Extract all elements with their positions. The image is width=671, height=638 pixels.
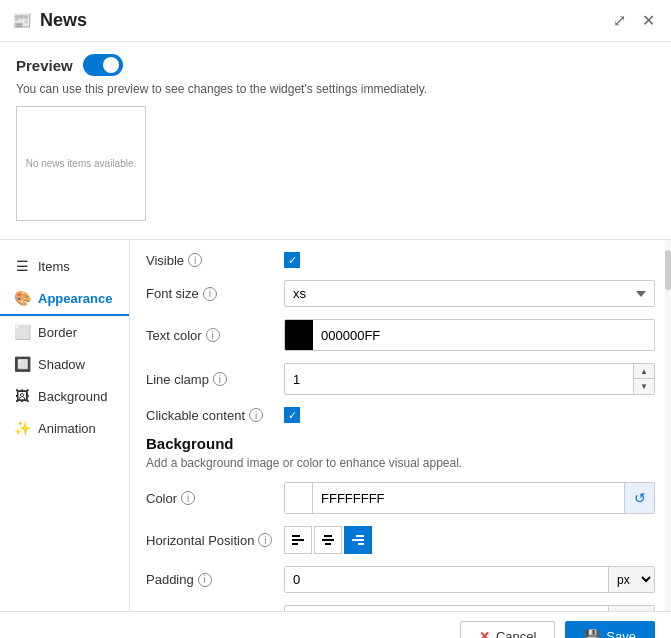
align-center-button[interactable] xyxy=(314,526,342,554)
close-button[interactable]: ✕ xyxy=(638,9,659,32)
clickable-content-row: Clickable content i xyxy=(146,407,655,423)
margin-input-row: px % em xyxy=(284,605,655,611)
news-icon: 📰 xyxy=(12,11,32,30)
visible-label: Visible xyxy=(146,253,184,268)
text-color-swatch[interactable] xyxy=(285,320,313,350)
scrollbar-thumb[interactable] xyxy=(665,250,671,290)
horizontal-position-row: Horizontal Position i xyxy=(146,526,655,554)
padding-input[interactable] xyxy=(285,567,608,592)
line-clamp-label: Line clamp xyxy=(146,372,209,387)
cancel-label: Cancel xyxy=(496,629,536,638)
header-icons: ⤢ ✕ xyxy=(609,9,659,32)
horizontal-position-info-icon[interactable]: i xyxy=(258,533,272,547)
preview-box: No news items available. xyxy=(16,106,146,221)
svg-rect-6 xyxy=(356,535,364,537)
settings-panel: Visible i Font size i xs sm md lg xl xyxy=(130,240,671,611)
line-clamp-spinners: ▲ ▼ xyxy=(633,364,654,394)
text-color-row: Text color i xyxy=(146,319,655,351)
bg-color-picker-button[interactable]: ↺ xyxy=(624,483,654,513)
sidebar-label-shadow: Shadow xyxy=(38,357,85,372)
clickable-content-checkbox[interactable] xyxy=(284,407,300,423)
preview-empty-text: No news items available. xyxy=(26,158,137,169)
margin-control: px % em xyxy=(284,605,655,611)
preview-description: You can use this preview to see changes … xyxy=(16,82,655,96)
sidebar-label-animation: Animation xyxy=(38,421,96,436)
clickable-content-control xyxy=(284,407,655,423)
background-section: Background Add a background image or col… xyxy=(146,435,655,470)
svg-rect-1 xyxy=(292,539,304,541)
align-right-button[interactable] xyxy=(344,526,372,554)
font-size-label: Font size xyxy=(146,286,199,301)
preview-label: Preview xyxy=(16,57,73,74)
padding-input-row: px % em xyxy=(284,566,655,593)
padding-control: px % em xyxy=(284,566,655,593)
background-description: Add a background image or color to enhan… xyxy=(146,456,655,470)
dialog-footer: ✕ Cancel 💾 Save xyxy=(0,611,671,638)
bg-color-input[interactable] xyxy=(313,486,624,511)
margin-row: Margin i px % em xyxy=(146,605,655,611)
svg-rect-4 xyxy=(322,539,334,541)
sidebar-label-border: Border xyxy=(38,325,77,340)
text-color-label-group: Text color i xyxy=(146,328,276,343)
save-label: Save xyxy=(606,629,636,638)
padding-label: Padding xyxy=(146,572,194,587)
bg-color-swatch[interactable] xyxy=(285,483,313,513)
padding-row: Padding i px % em xyxy=(146,566,655,593)
line-clamp-control: ▲ ▼ xyxy=(284,363,655,395)
line-clamp-input-row: ▲ ▼ xyxy=(284,363,655,395)
padding-info-icon[interactable]: i xyxy=(198,573,212,587)
margin-input[interactable] xyxy=(285,606,608,611)
font-size-select[interactable]: xs sm md lg xl xyxy=(284,280,655,307)
clickable-content-label-group: Clickable content i xyxy=(146,408,276,423)
visible-control xyxy=(284,252,655,268)
align-left-icon xyxy=(291,533,305,547)
line-clamp-decrement[interactable]: ▼ xyxy=(634,379,654,394)
dialog-title: News xyxy=(40,10,87,31)
visible-info-icon[interactable]: i xyxy=(188,253,202,267)
preview-toggle[interactable] xyxy=(83,54,123,76)
sidebar: ☰ Items 🎨 Appearance ⬜ Border 🔲 Shadow 🖼… xyxy=(0,240,130,611)
save-icon: 💾 xyxy=(584,629,600,638)
bg-color-control: ↺ xyxy=(284,482,655,514)
line-clamp-info-icon[interactable]: i xyxy=(213,372,227,386)
save-button[interactable]: 💾 Save xyxy=(565,621,655,638)
margin-unit-select[interactable]: px % em xyxy=(608,606,654,611)
dialog-header: 📰 News ⤢ ✕ xyxy=(0,0,671,42)
padding-unit-select[interactable]: px % em xyxy=(608,567,654,592)
horizontal-position-label-group: Horizontal Position i xyxy=(146,533,276,548)
line-clamp-label-group: Line clamp i xyxy=(146,372,276,387)
text-color-input[interactable] xyxy=(313,323,654,348)
clickable-content-label: Clickable content xyxy=(146,408,245,423)
text-color-label: Text color xyxy=(146,328,202,343)
text-color-control xyxy=(284,319,655,351)
items-icon: ☰ xyxy=(14,258,30,274)
align-center-icon xyxy=(321,533,335,547)
shadow-icon: 🔲 xyxy=(14,356,30,372)
sidebar-item-shadow[interactable]: 🔲 Shadow xyxy=(0,348,129,380)
line-clamp-increment[interactable]: ▲ xyxy=(634,364,654,379)
sidebar-label-items: Items xyxy=(38,259,70,274)
cancel-button[interactable]: ✕ Cancel xyxy=(460,621,555,638)
font-size-info-icon[interactable]: i xyxy=(203,287,217,301)
sidebar-item-border[interactable]: ⬜ Border xyxy=(0,316,129,348)
sidebar-item-appearance[interactable]: 🎨 Appearance xyxy=(0,282,129,316)
svg-rect-8 xyxy=(358,543,364,545)
sidebar-item-background[interactable]: 🖼 Background xyxy=(0,380,129,412)
text-color-info-icon[interactable]: i xyxy=(206,328,220,342)
expand-button[interactable]: ⤢ xyxy=(609,9,630,32)
preview-section: Preview You can use this preview to see … xyxy=(0,42,671,240)
visible-label-group: Visible i xyxy=(146,253,276,268)
clickable-content-info-icon[interactable]: i xyxy=(249,408,263,422)
toggle-track[interactable] xyxy=(83,54,123,76)
line-clamp-input[interactable] xyxy=(285,364,633,394)
sidebar-item-animation[interactable]: ✨ Animation xyxy=(0,412,129,444)
align-right-icon xyxy=(351,533,365,547)
align-left-button[interactable] xyxy=(284,526,312,554)
sidebar-item-items[interactable]: ☰ Items xyxy=(0,250,129,282)
visible-checkbox[interactable] xyxy=(284,252,300,268)
bg-color-info-icon[interactable]: i xyxy=(181,491,195,505)
horizontal-position-label: Horizontal Position xyxy=(146,533,254,548)
appearance-icon: 🎨 xyxy=(14,290,30,306)
toggle-thumb xyxy=(103,57,119,73)
preview-header: Preview xyxy=(16,54,655,76)
